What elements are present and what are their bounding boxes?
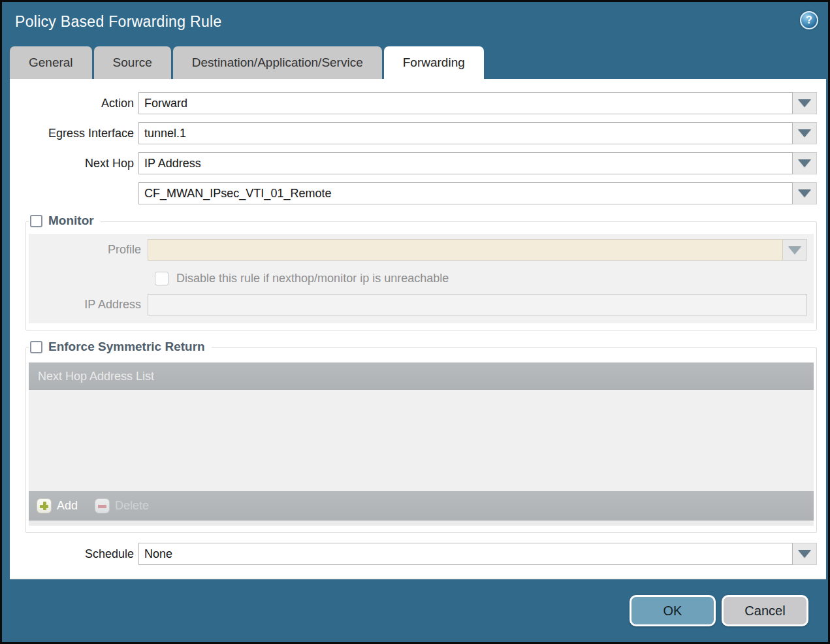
egress-interface-input[interactable] [138,122,793,144]
schedule-input[interactable] [138,543,793,565]
next-hop-address-list-body [29,390,814,491]
monitor-legend-label: Monitor [48,214,94,228]
chevron-down-icon [798,99,811,107]
ok-button[interactable]: OK [630,595,716,626]
monitor-checkbox[interactable] [30,215,42,227]
disable-rule-label: Disable this rule if nexthop/monitor ip … [176,272,449,285]
next-hop-type-input[interactable] [138,152,793,174]
dialog-title: Policy Based Forwarding Rule [15,13,222,31]
tab-general[interactable]: General [10,46,92,79]
monitor-ip-address-label: IP Address [29,294,148,315]
chevron-down-icon [798,159,811,167]
schedule-dropdown-button[interactable] [793,543,817,565]
next-hop-row: Next Hop [10,152,826,174]
delete-button-label: Delete [115,499,149,513]
next-hop-address-row [10,182,826,204]
monitor-ip-address-input [148,294,807,315]
action-input[interactable] [138,92,793,114]
next-hop-address-dropdown-button[interactable] [793,182,817,204]
next-hop-address-list-table: Next Hop Address List Add Delete [29,362,814,526]
egress-interface-dropdown-button[interactable] [793,122,817,144]
tab-destination-application-service[interactable]: Destination/Application/Service [173,46,382,79]
cancel-button[interactable]: Cancel [722,595,808,626]
tab-forwarding[interactable]: Forwarding [384,46,484,79]
next-hop-address-list-header: Next Hop Address List [29,362,814,390]
disable-rule-checkbox [155,272,168,285]
chevron-down-icon [798,189,811,197]
forwarding-tab-panel: Action Egress Interface Next Hop [10,79,826,579]
table-bottom-strip [29,521,814,526]
schedule-row: Schedule [10,543,826,565]
next-hop-type-dropdown-button[interactable] [793,152,817,174]
chevron-down-icon [798,550,811,558]
disable-rule-row: Disable this rule if nexthop/monitor ip … [155,270,807,286]
add-button[interactable]: Add [37,498,78,513]
action-label: Action [10,92,138,114]
symmetric-return-fieldset: Enforce Symmetric Return Next Hop Addres… [25,347,817,533]
profile-dropdown-button [783,239,807,261]
monitor-ip-address-row: IP Address [29,294,807,315]
next-hop-address-label-spacer [10,182,138,204]
egress-interface-label: Egress Interface [10,122,138,144]
pbf-rule-dialog: Policy Based Forwarding Rule ? General S… [0,0,830,644]
tab-source[interactable]: Source [94,46,171,79]
tab-bar: General Source Destination/Application/S… [10,46,484,79]
title-bar: Policy Based Forwarding Rule ? [2,2,828,41]
next-hop-address-list-toolbar: Add Delete [29,491,814,521]
action-row: Action [10,92,826,114]
next-hop-label: Next Hop [10,152,138,174]
profile-label: Profile [29,239,148,261]
add-button-label: Add [57,499,78,513]
symmetric-return-legend-label: Enforce Symmetric Return [48,340,205,354]
monitor-legend: Monitor [29,214,101,228]
profile-input [148,239,783,261]
symmetric-return-checkbox[interactable] [30,341,42,353]
egress-interface-row: Egress Interface [10,122,826,144]
action-dropdown-button[interactable] [793,92,817,114]
monitor-panel: Profile Disable this rule if nexthop/mon… [29,234,814,323]
minus-icon [95,498,110,513]
chevron-down-icon [788,246,801,254]
monitor-fieldset: Monitor Profile Disable this rule if nex… [25,221,817,330]
delete-button: Delete [95,498,149,513]
profile-row: Profile [29,239,807,261]
help-icon[interactable]: ? [800,11,818,29]
next-hop-address-input[interactable] [138,182,793,204]
schedule-label: Schedule [10,543,138,565]
chevron-down-icon [798,129,811,137]
plus-icon [37,498,52,513]
symmetric-return-legend: Enforce Symmetric Return [29,340,212,354]
